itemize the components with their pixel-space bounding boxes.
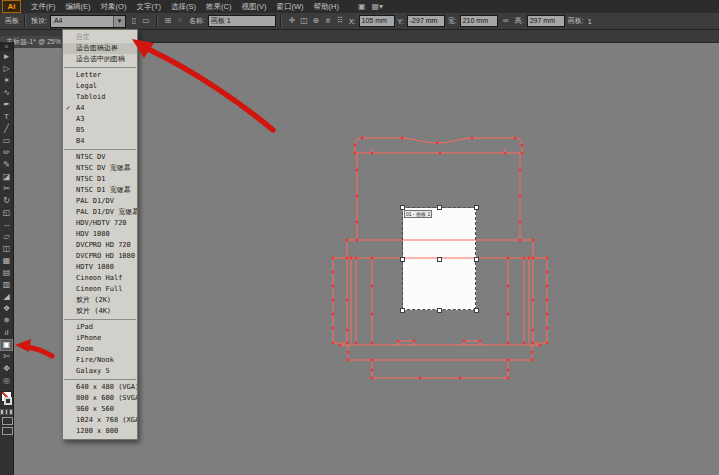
x-input[interactable]: 105 mm [359,15,395,27]
preset-option-自定[interactable]: 自定 [63,32,137,43]
rectangle-tool[interactable]: ▭ [0,135,13,147]
preset-option-1280 x 800[interactable]: 1280 x 800 [63,426,137,437]
preset-option-640 x 480 (VGA)[interactable]: 640 x 480 (VGA) [63,382,137,393]
eraser-tool[interactable]: ◪ [0,171,13,183]
screen-mode-button[interactable] [2,427,13,435]
artboard-options-icon[interactable]: ◫ [298,15,310,27]
selection-tool[interactable]: ► [0,51,13,63]
rotate-tool[interactable]: ↻ [0,195,13,207]
preset-option-Zoom[interactable]: Zoom [63,344,137,355]
artboard-selection[interactable]: 01 - 画板 1 [402,207,476,310]
preset-option-NTSC D1 宽银幕[interactable]: NTSC D1 宽银幕 [63,185,137,196]
preset-option-960 x 560[interactable]: 960 x 560 [63,404,137,415]
preset-option-Cineon Full[interactable]: Cineon Full [63,284,137,295]
preset-option-Legal[interactable]: Legal [63,81,137,92]
workspace-switcher-icon[interactable]: ▦▾ [371,0,383,13]
preset-option-800 x 600 (SVGA)[interactable]: 800 x 600 (SVGA) [63,393,137,404]
stroke-swatch[interactable] [4,397,12,405]
color-button[interactable] [0,409,4,415]
arrange-documents-icon[interactable]: ▣ [358,0,366,13]
selection-handle-sw[interactable] [400,308,405,313]
artboard-name-tag[interactable]: 01 - 画板 1 [404,210,432,218]
preset-option-PAL D1/DV[interactable]: PAL D1/DV [63,196,137,207]
move-artwork-with-artboard-icon[interactable]: ✛ [286,15,298,27]
preset-option-NTSC D1[interactable]: NTSC D1 [63,174,137,185]
menu-item-选择(S)[interactable]: 选择(S) [166,0,201,13]
preset-option-Letter[interactable]: Letter [63,70,137,81]
preset-option-B4[interactable]: B4 [63,136,137,147]
perspective-grid-tool[interactable]: ▦ [0,255,13,267]
preset-option-适合选中的图稿[interactable]: 适合选中的图稿 [63,54,137,65]
selection-handle-nw[interactable] [400,205,405,210]
preset-option-Cineon Half[interactable]: Cineon Half [63,273,137,284]
column-graph-tool[interactable]: ıl [0,327,13,339]
selection-handle-e[interactable] [474,257,479,262]
lasso-tool[interactable]: ∿ [0,87,13,99]
preset-option-iPhone[interactable]: iPhone [63,333,137,344]
selection-handle-ne[interactable] [474,205,479,210]
preset-option-HDV/HDTV 720[interactable]: HDV/HDTV 720 [63,218,137,229]
zoom-tool[interactable]: ◎ [0,375,13,387]
preset-option-iPad[interactable]: iPad [63,322,137,333]
menu-item-文件(F)[interactable]: 文件(F) [26,0,61,13]
menu-item-视图(V)[interactable]: 视图(V) [236,0,271,13]
direct-selection-tool[interactable]: ▷ [0,63,13,75]
artboard-name-input[interactable]: 画板 1 [208,15,276,27]
paintbrush-tool[interactable]: ✏ [0,147,13,159]
menu-item-帮助(H)[interactable]: 帮助(H) [309,0,344,13]
preset-option-HDTV 1080[interactable]: HDTV 1080 [63,262,137,273]
preset-option-1024 x 768 (XGA)[interactable]: 1024 x 768 (XGA) [63,415,137,426]
width-tool[interactable]: ↔ [0,219,13,231]
preset-option-Tabloid[interactable]: Tabloid [63,92,137,103]
mesh-tool[interactable]: ▤ [0,267,13,279]
free-transform-tool[interactable]: ▱ [0,231,13,243]
selection-handle-w[interactable] [400,257,405,262]
preset-option-HDV 1080[interactable]: HDV 1080 [63,229,137,240]
drawing-mode-button[interactable] [2,417,13,425]
preset-option-胶片 (4K)[interactable]: 胶片 (4K) [63,306,137,317]
width-input[interactable]: 210 mm [460,15,498,27]
collapse-panel-button[interactable]: » [0,42,13,51]
constrain-proportions-icon[interactable]: ∞ [500,15,512,27]
preset-option-适合图稿边界[interactable]: 适合图稿边界 [63,43,137,54]
menu-item-效果(C)[interactable]: 效果(C) [201,0,236,13]
preset-option-Galaxy S[interactable]: Galaxy S [63,366,137,377]
new-artboard-icon[interactable]: ⊞ [162,15,174,27]
app-logo[interactable]: Ai [2,0,21,13]
preset-option-NTSC DV 宽银幕[interactable]: NTSC DV 宽银幕 [63,163,137,174]
pencil-tool[interactable]: ✎ [0,159,13,171]
show-cross-hairs-icon[interactable]: # [322,15,334,27]
selection-handle-se[interactable] [474,308,479,313]
preset-option-胶片 (2K)[interactable]: 胶片 (2K) [63,295,137,306]
gradient-tool[interactable]: ▥ [0,279,13,291]
preset-option-Fire/Nook[interactable]: Fire/Nook [63,355,137,366]
magic-wand-tool[interactable]: ✶ [0,75,13,87]
height-input[interactable]: 297 mm [527,15,565,27]
landscape-orientation-icon[interactable]: ▭ [140,15,152,27]
portrait-orientation-icon[interactable]: ▯ [128,15,140,27]
menu-item-文字(T)[interactable]: 文字(T) [131,0,166,13]
artboard-tool[interactable]: ▣ [0,339,13,351]
none-button[interactable] [9,409,13,415]
preset-option-A3[interactable]: A3 [63,114,137,125]
type-tool[interactable]: T [0,111,13,123]
line-segment-tool[interactable]: ╱ [0,123,13,135]
selection-handle-s[interactable] [437,308,442,313]
preset-option-NTSC DV[interactable]: NTSC DV [63,152,137,163]
selection-handle-c[interactable] [437,257,442,262]
preset-option-DVCPRO HD 1080[interactable]: DVCPRO HD 1080 [63,251,137,262]
shape-builder-tool[interactable]: ◫ [0,243,13,255]
preset-option-PAL D1/DV 宽银幕[interactable]: PAL D1/DV 宽银幕 [63,207,137,218]
preset-option-B5[interactable]: B5 [63,125,137,136]
hand-tool[interactable]: ✥ [0,363,13,375]
show-center-mark-icon[interactable]: ⊕ [310,15,322,27]
scissors-tool[interactable]: ✂ [0,183,13,195]
menu-item-窗口(W)[interactable]: 窗口(W) [271,0,308,13]
blend-tool[interactable]: ❖ [0,303,13,315]
menu-item-对象(O)[interactable]: 对象(O) [96,0,132,13]
delete-artboard-icon[interactable]: ✕ [174,15,186,27]
chevron-down-icon[interactable]: ▼ [113,16,125,27]
gradient-button[interactable] [5,409,9,415]
preset-combobox[interactable]: A4 ▼ [50,15,126,28]
menu-item-编辑(E)[interactable]: 编辑(E) [61,0,96,13]
